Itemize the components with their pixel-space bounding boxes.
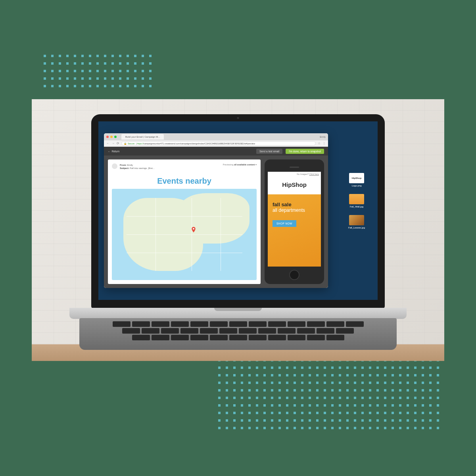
map-landmass: [177, 193, 250, 244]
desktop-files: HipShopLogo.pngFall_Wall.jpgFall_Leaves.…: [341, 173, 372, 229]
file-label: Fall_Wall.jpg: [350, 205, 363, 208]
email-meta: From: Emily Subject: Fall into savings, …: [120, 163, 221, 170]
laptop-hinge: [69, 308, 407, 319]
avatar: [112, 163, 117, 169]
email-desktop-preview: From: Emily Subject: Fall into savings, …: [108, 159, 261, 284]
map-pin-icon[interactable]: [192, 227, 196, 232]
tab-title: Build your Email | Campaign M...: [125, 136, 160, 138]
browser-tab[interactable]: Build your Email | Campaign M...: [121, 134, 164, 140]
desktop-file[interactable]: Fall_Wall.jpg: [349, 194, 364, 208]
laptop-notch: [214, 308, 262, 311]
from-label: From:: [120, 164, 127, 166]
file-label: Logo.png: [351, 184, 361, 187]
decorative-dots-bottom: [218, 359, 448, 430]
lock-icon: 🔒: [124, 142, 127, 145]
no-images-link[interactable]: Click here: [309, 173, 319, 175]
phone-hero: fall sale all departments SHOP NOW: [268, 194, 321, 267]
hero-line-1: fall sale: [273, 202, 316, 207]
browser-tab-bar: Build your Email | Campaign M... Emily: [104, 133, 328, 140]
subject-value: Fall into savings, [first...: [130, 167, 155, 169]
laptop-keyboard: [79, 318, 397, 350]
decorative-dots-top: [44, 55, 155, 92]
file-label: Fall_Leaves.jpg: [348, 226, 365, 229]
arrow-left-icon: ←: [108, 150, 111, 153]
window-minimize-icon[interactable]: [110, 136, 113, 138]
url-protocol: https://: [137, 142, 144, 145]
no-images-text: No Images?: [297, 173, 309, 175]
browser-address-bar: ← → ⟳ 🔒 Secure | https://campaignmonitor…: [104, 140, 328, 147]
done-button[interactable]: I'm done, return to snapshot: [286, 149, 324, 154]
map-road: [127, 253, 242, 253]
back-icon[interactable]: ←: [106, 142, 109, 145]
map-embed[interactable]: [112, 189, 257, 280]
subject-label: Subject:: [120, 167, 129, 169]
photo-frame: Build your Email | Campaign M... Emily ←…: [32, 99, 444, 361]
editor-body: From: Emily Subject: Fall into savings, …: [104, 155, 328, 288]
browser-menu-icon[interactable]: ⋮: [322, 142, 326, 145]
url-field[interactable]: 🔒 Secure | https://campaignmonitor471.cr…: [121, 141, 316, 146]
browser-window: Build your Email | Campaign M... Emily ←…: [104, 133, 328, 288]
laptop-mockup: Build your Email | Campaign M... Emily ←…: [69, 114, 407, 354]
preview-prefix: Previewing: [223, 163, 234, 166]
url-text: campaignmonitor471.createsend.com/campai…: [144, 142, 255, 145]
preview-value: all available content: [234, 163, 255, 166]
mobile-preview-screen: No Images? Click here HipShop fall sale …: [268, 172, 321, 267]
phone-brand: HipShop: [268, 177, 321, 194]
map-road: [127, 216, 242, 217]
forward-icon[interactable]: →: [111, 142, 115, 145]
map-road: [127, 234, 242, 235]
phone-speaker-icon: [290, 167, 299, 168]
map-road: [192, 198, 192, 271]
email-header: From: Emily Subject: Fall into savings, …: [112, 163, 257, 173]
file-thumbnail: [349, 194, 364, 204]
from-value: Emily: [127, 164, 133, 166]
app-toolbar: ← Return Send a test email I'm done, ret…: [104, 147, 328, 155]
secure-label: Secure: [128, 142, 134, 145]
desktop-file[interactable]: HipShopLogo.png: [349, 173, 364, 187]
reload-icon[interactable]: ⟳: [117, 142, 119, 145]
phone-home-button-icon[interactable]: [289, 270, 299, 280]
return-button[interactable]: ← Return: [108, 150, 119, 153]
email-heading: Events nearby: [112, 177, 257, 186]
bookmark-star-icon[interactable]: ☆: [318, 142, 321, 145]
chevron-down-icon: ▾: [255, 163, 257, 166]
mobile-preview-frame: No Images? Click here HipShop fall sale …: [265, 159, 324, 284]
window-maximize-icon[interactable]: [114, 136, 117, 138]
map-road: [221, 198, 221, 271]
send-test-email-button[interactable]: Send a test email: [256, 149, 282, 154]
svg-point-0: [193, 228, 194, 230]
browser-profile[interactable]: Emily: [320, 136, 326, 138]
hero-line-2: all departments: [273, 207, 316, 213]
no-images-bar: No Images? Click here: [268, 172, 321, 177]
file-thumbnail: [349, 215, 364, 225]
preview-dropdown[interactable]: Previewing all available content ▾: [223, 163, 257, 166]
return-label: Return: [112, 150, 120, 153]
webcam-icon: [237, 117, 239, 119]
desktop-file[interactable]: Fall_Leaves.jpg: [348, 215, 365, 229]
file-thumbnail: HipShop: [349, 173, 364, 183]
map-road: [155, 198, 156, 271]
laptop-screen: Build your Email | Campaign M... Emily ←…: [98, 121, 378, 300]
shop-now-button[interactable]: SHOP NOW: [273, 220, 296, 227]
laptop-bezel: Build your Email | Campaign M... Emily ←…: [91, 114, 385, 309]
window-close-icon[interactable]: [106, 136, 109, 138]
